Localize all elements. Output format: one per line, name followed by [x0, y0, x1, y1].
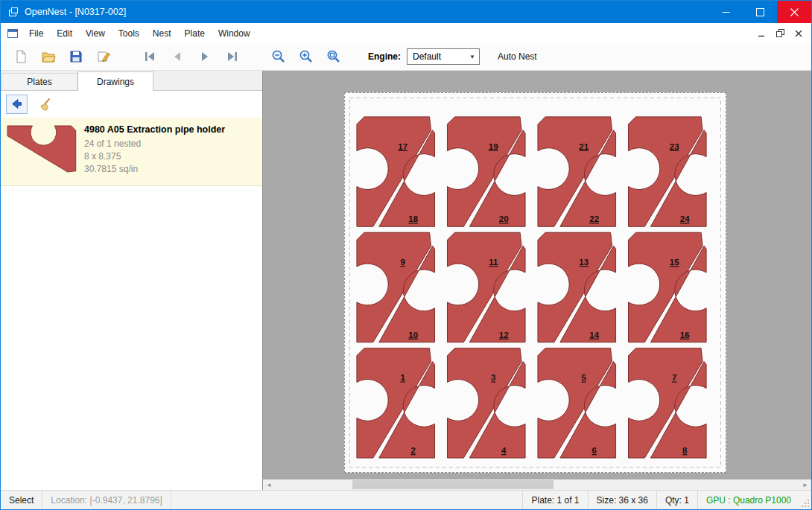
- mdi-minimize-button[interactable]: [753, 27, 770, 40]
- open-folder-icon: [41, 49, 56, 64]
- part-number: 1: [401, 373, 406, 382]
- part-number: 8: [682, 446, 688, 455]
- part-number: 23: [670, 142, 679, 151]
- maximize-button[interactable]: [743, 1, 777, 23]
- nest-svg[interactable]: 171819202122232491011121314151612345678: [345, 93, 726, 472]
- nest-pair: 1718: [357, 117, 435, 226]
- part-number: 16: [680, 331, 690, 340]
- nest-pair: 12: [357, 348, 435, 458]
- resize-grip-icon: [801, 499, 810, 508]
- menu-item-file[interactable]: File: [22, 24, 50, 43]
- nest-pair: 1516: [628, 232, 706, 342]
- part-number: 14: [589, 331, 599, 340]
- save-floppy-icon: [69, 49, 83, 64]
- window-title: OpenNest - [N0317-002]: [25, 7, 126, 17]
- nest-pair: 2122: [538, 117, 616, 226]
- menu-item-view[interactable]: View: [79, 24, 112, 43]
- clean-drawings-button[interactable]: [34, 95, 56, 114]
- part-number: 22: [589, 214, 599, 223]
- part-number: 9: [401, 258, 405, 267]
- zoom-in-button[interactable]: [292, 45, 320, 68]
- close-button[interactable]: [777, 1, 811, 23]
- document-window-icon: [7, 28, 19, 39]
- part-number: 2: [410, 446, 415, 455]
- drawing-area: 30.7815 sq/in: [84, 163, 225, 176]
- part-number: 19: [489, 142, 498, 151]
- part-number: 24: [680, 214, 690, 223]
- scroll-right-icon[interactable]: ►: [799, 479, 811, 490]
- nest-pair: 2324: [628, 117, 706, 226]
- first-arrow-icon: [142, 49, 157, 64]
- mdi-close-button[interactable]: [790, 27, 807, 40]
- mdi-restore-button[interactable]: [772, 27, 788, 40]
- cursor-location-status: Location: [-0.9437, 21.8796]: [42, 491, 171, 509]
- save-edit-icon: [96, 49, 111, 64]
- plate-size-status: Size: 36 x 36: [588, 491, 656, 509]
- chevron-down-icon: ▼: [469, 54, 475, 60]
- nest-canvas[interactable]: 171819202122232491011121314151612345678 …: [263, 71, 811, 490]
- left-panel: Plates Drawings: [1, 71, 263, 490]
- drawing-title: 4980 A05 Extraction pipe holder: [84, 124, 225, 135]
- save-button[interactable]: [62, 45, 89, 68]
- zoom-fit-button[interactable]: [320, 45, 347, 68]
- plate-count-status: Plate: 1 of 1: [522, 491, 587, 509]
- next-plate-button[interactable]: [191, 45, 218, 68]
- blue-back-arrow-icon: [10, 98, 24, 111]
- menu-item-tools[interactable]: Tools: [112, 24, 146, 43]
- plate-sheet[interactable]: 171819202122232491011121314151612345678: [344, 92, 726, 473]
- menu-item-window[interactable]: Window: [212, 24, 257, 43]
- menu-item-plate[interactable]: Plate: [178, 24, 212, 43]
- part-number: 12: [499, 331, 509, 340]
- part-number: 21: [579, 142, 589, 151]
- broom-icon: [38, 98, 52, 112]
- mode-status: Select: [1, 491, 42, 509]
- titlebar: OpenNest - [N0317-002]: [1, 1, 811, 23]
- tab-drawings[interactable]: Drawings: [77, 71, 153, 91]
- maximize-icon: [756, 8, 764, 16]
- nest-pair: 1920: [447, 117, 525, 226]
- nest-pair: 1314: [538, 232, 616, 342]
- drawings-toolbar: [1, 91, 262, 118]
- first-plate-button[interactable]: [136, 45, 163, 68]
- auto-nest-button[interactable]: Auto Nest: [498, 51, 537, 62]
- part-number: 20: [499, 214, 509, 223]
- previous-plate-button[interactable]: [163, 45, 191, 68]
- toolbar: Engine: Default ▼ Auto Nest: [1, 43, 811, 71]
- zoom-out-icon: [271, 49, 286, 64]
- nest-pair: 910: [357, 232, 435, 342]
- menubar: File Edit View Tools Nest Plate Window: [1, 23, 811, 43]
- engine-select[interactable]: Default ▼: [407, 48, 480, 65]
- return-drawing-button[interactable]: [6, 95, 28, 114]
- part-number: 4: [501, 446, 507, 455]
- nest-pair: 78: [628, 348, 706, 458]
- minimize-button[interactable]: [708, 1, 743, 23]
- nest-pair: 34: [447, 348, 525, 458]
- part-number: 3: [491, 373, 495, 382]
- scroll-left-icon[interactable]: ◄: [263, 479, 275, 490]
- zoom-fit-icon: [326, 49, 341, 64]
- last-arrow-icon: [225, 49, 240, 64]
- tab-plates[interactable]: Plates: [1, 73, 77, 90]
- part-number: 10: [408, 331, 418, 340]
- engine-selected-value: Default: [413, 51, 441, 62]
- mdi-restore-icon: [776, 29, 784, 37]
- new-button[interactable]: [7, 45, 34, 68]
- engine-label: Engine:: [368, 51, 401, 62]
- last-plate-button[interactable]: [218, 45, 246, 68]
- panel-tabstrip: Plates Drawings: [1, 71, 262, 91]
- resize-grip[interactable]: [799, 491, 811, 509]
- open-button[interactable]: [34, 45, 62, 68]
- part-number: 15: [670, 258, 679, 267]
- zoom-out-button[interactable]: [264, 45, 292, 68]
- save-as-button[interactable]: [89, 45, 117, 68]
- scrollbar-thumb[interactable]: [352, 480, 554, 489]
- menu-item-nest[interactable]: Nest: [146, 24, 178, 43]
- mdi-close-icon: [795, 30, 802, 37]
- menu-item-edit[interactable]: Edit: [50, 24, 79, 43]
- gpu-status: GPU : Quadro P1000: [697, 491, 799, 509]
- horizontal-scrollbar[interactable]: ◄ ►: [263, 479, 811, 490]
- part-number: 13: [579, 258, 589, 267]
- next-arrow-icon: [197, 49, 212, 64]
- drawing-list-item[interactable]: 4980 A05 Extraction pipe holder 24 of 1 …: [1, 118, 262, 186]
- drawing-nested-count: 24 of 1 nested: [84, 138, 225, 150]
